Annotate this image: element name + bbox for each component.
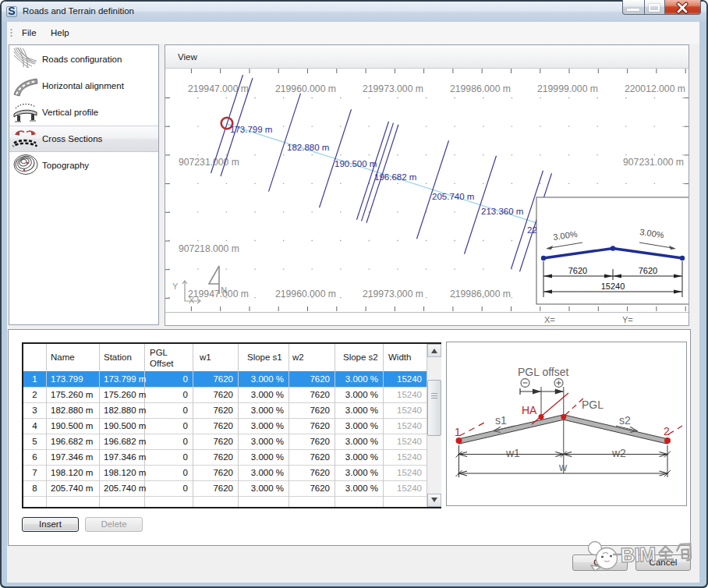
svg-text:219986.000 m: 219986.000 m	[450, 83, 511, 94]
svg-text:173.799 m: 173.799 m	[230, 125, 272, 134]
svg-text:219947.000 m: 219947.000 m	[188, 289, 249, 299]
svg-text:907231.000 m: 907231.000 m	[623, 157, 684, 168]
svg-text:7620: 7620	[568, 266, 587, 275]
svg-text:BIM: BIM	[620, 543, 656, 568]
svg-text:s1: s1	[495, 414, 507, 427]
svg-text:219973.000 m: 219973.000 m	[363, 83, 423, 94]
svg-text:s2: s2	[619, 414, 631, 427]
svg-text:7620: 7620	[639, 266, 657, 275]
svg-text:205.740 m: 205.740 m	[432, 192, 474, 201]
svg-text:219960.000 m: 219960.000 m	[275, 289, 336, 299]
svg-text:1: 1	[455, 426, 461, 438]
svg-text:PGL: PGL	[582, 398, 604, 411]
svg-text:190.500 m: 190.500 m	[335, 159, 377, 168]
svg-text:182.880 m: 182.880 m	[287, 143, 329, 152]
svg-text:w2: w2	[611, 447, 626, 459]
svg-text:196.682 m: 196.682 m	[374, 172, 416, 182]
svg-text:Y: Y	[172, 282, 179, 291]
svg-text:HA: HA	[522, 404, 537, 416]
svg-text:PGL offset: PGL offset	[518, 366, 568, 378]
svg-text:220012.000 m: 220012.000 m	[625, 83, 685, 94]
svg-text:219999.000 m: 219999.000 m	[537, 83, 598, 94]
svg-text:907218.000 m: 907218.000 m	[179, 243, 239, 254]
svg-text:907231.000 m: 907231.000 m	[179, 157, 239, 168]
svg-text:2: 2	[664, 425, 670, 437]
svg-text:X: X	[189, 296, 195, 305]
svg-text:213.360 m: 213.360 m	[481, 207, 523, 216]
svg-text:22: 22	[527, 225, 537, 235]
svg-text:219986.000 m: 219986.000 m	[450, 289, 511, 299]
svg-text:15240: 15240	[601, 282, 625, 291]
svg-text:219960.000 m: 219960.000 m	[275, 83, 336, 94]
svg-text:w: w	[558, 461, 568, 473]
svg-text:N: N	[221, 285, 227, 295]
svg-text:219973.000 m: 219973.000 m	[363, 289, 423, 299]
svg-text:w1: w1	[505, 447, 520, 459]
